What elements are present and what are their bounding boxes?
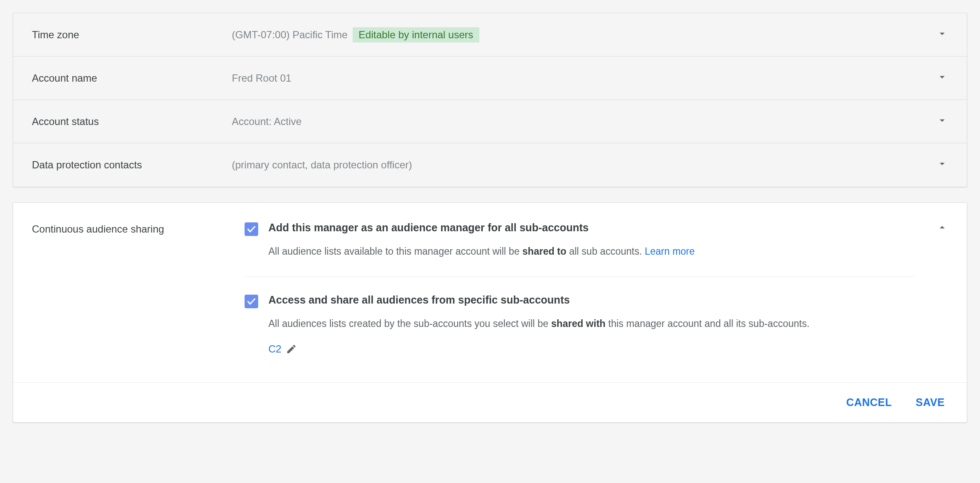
option-add-manager: Add this manager as an audience manager … [245,222,914,277]
chevron-up-icon [936,222,948,233]
row-account-name-expand[interactable] [936,71,948,85]
checkbox-add-manager[interactable] [245,222,258,236]
timezone-text: (GMT-07:00) Pacific Time [232,29,348,41]
row-account-status-label: Account status [32,116,232,128]
cancel-button[interactable]: CANCEL [846,396,892,409]
row-account-status-expand[interactable] [936,114,948,129]
row-timezone-label: Time zone [32,29,232,41]
row-timezone[interactable]: Time zone (GMT-07:00) Pacific Time Edita… [13,13,967,57]
timezone-badge: Editable by internal users [353,27,479,43]
chevron-down-icon [936,71,948,83]
learn-more-link[interactable]: Learn more [645,246,695,257]
row-account-name-value: Fred Root 01 [232,72,936,84]
settings-card: Time zone (GMT-07:00) Pacific Time Edita… [13,13,967,187]
row-data-protection[interactable]: Data protection contacts (primary contac… [13,143,967,187]
row-timezone-expand[interactable] [936,28,948,42]
selected-account-tag[interactable]: C2 [268,343,282,355]
collapse-button[interactable] [936,222,948,236]
row-data-protection-expand[interactable] [936,158,948,172]
save-button[interactable]: SAVE [916,396,945,409]
chevron-down-icon [936,28,948,40]
section-title: Continuous audience sharing [32,222,245,372]
options-container: Add this manager as an audience manager … [245,222,948,372]
option-access-share-desc: All audiences lists created by the sub-a… [268,316,914,332]
row-data-protection-value: (primary contact, data protection office… [232,159,936,171]
selected-accounts-row: C2 [268,343,914,355]
chevron-down-icon [936,114,948,126]
row-account-name[interactable]: Account name Fred Root 01 [13,57,967,100]
desc-bold: shared with [551,318,606,329]
desc-text: this manager account and all its sub-acc… [606,318,809,329]
desc-text: All audiences lists created by the sub-a… [268,318,551,329]
option-add-manager-desc: All audience lists available to this man… [268,244,914,259]
chevron-down-icon [936,158,948,170]
desc-bold: shared to [522,246,567,257]
option-access-share-title: Access and share all audiences from spec… [268,294,914,306]
desc-text: all sub accounts. [567,246,645,257]
row-account-name-label: Account name [32,72,232,84]
option-access-share: Access and share all audiences from spec… [245,294,914,372]
checkbox-access-share[interactable] [245,295,258,308]
option-add-manager-title: Add this manager as an audience manager … [268,222,914,234]
pencil-icon[interactable] [286,344,297,355]
continuous-audience-sharing-card: Continuous audience sharing Add this man… [13,202,967,423]
row-account-status-value: Account: Active [232,116,936,128]
row-timezone-value: (GMT-07:00) Pacific Time Editable by int… [232,27,936,43]
row-account-status[interactable]: Account status Account: Active [13,100,967,143]
row-data-protection-label: Data protection contacts [32,159,232,171]
desc-text: All audience lists available to this man… [268,246,522,257]
footer-actions: CANCEL SAVE [13,382,967,422]
